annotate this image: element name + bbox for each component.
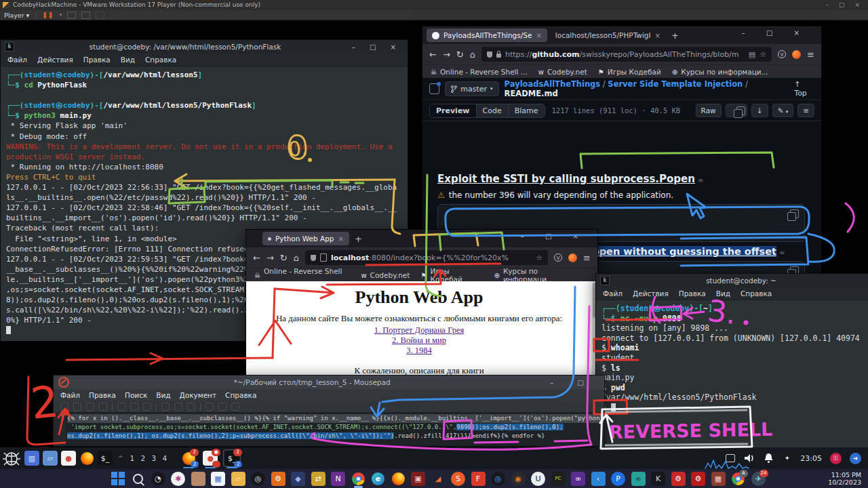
onenote-icon[interactable]: N [331,472,345,486]
speedtest-icon[interactable]: ◔ [151,472,165,486]
tracking-shield-icon[interactable] [487,52,492,58]
pocket-icon[interactable]: v [554,253,562,262]
menu-item-Справка[interactable]: Справка [741,289,772,298]
ssti-popen-heading[interactable]: Exploit the SSTI by calling subprocess.P… [437,173,703,185]
toolbar-icon[interactable] [117,403,125,411]
raw-button[interactable]: Raw [696,104,722,117]
chrome-profile-icon[interactable]: A [731,472,745,486]
menu-item-Вид[interactable]: Вид [156,391,170,399]
toolbar-icon[interactable] [218,403,226,411]
reader-view-icon[interactable]: ▤ [749,50,755,59]
url-bar[interactable]: https://github.com/swisskyrepo/PayloadsA… [481,47,772,62]
workspace-switcher[interactable]: 1 2 3 4 [130,454,170,462]
menu-item-Файл[interactable]: Файл [60,391,80,399]
book-link[interactable]: 2. Война и мир [246,336,592,346]
search-icon[interactable] [131,472,145,486]
edge-icon[interactable]: e [371,472,385,486]
file-explorer-icon[interactable]: ▱ [231,472,245,486]
bookmark-Игры Кодебай[interactable]: ⚑Игры Кодебай [598,68,661,76]
mousepad-titlebar[interactable]: *~/Рабочий стол/tmp_lesson_5 - Mousepad … [54,375,604,389]
vscode-icon[interactable]: ‹ [591,472,606,486]
visual-studio-icon[interactable]: ∞ [571,472,585,486]
telegram-icon[interactable]: ✈24 [751,472,766,486]
window-controls[interactable]: – □ × [521,232,588,240]
task-terminal[interactable]: $_22 [223,449,241,467]
status-icon[interactable]: ✦ [782,453,792,464]
file-manager-icon[interactable]: ▱ [43,451,58,466]
breadcrumb[interactable]: PayloadsAllTheThings / Server Side Templ… [505,79,789,98]
bug-menu-icon[interactable] [2,449,21,467]
toolbar-icon[interactable] [174,403,182,411]
menu-item-Правка[interactable]: Правка [83,56,111,64]
paypal-icon[interactable]: P [611,472,625,486]
toolbar-icon[interactable] [86,403,94,411]
toolbar-icon[interactable] [143,403,151,411]
tab-python-web-app[interactable]: Python Web App× [262,232,349,245]
fullscreen-icon[interactable] [81,12,90,19]
camera-dark-icon[interactable]: ◎ [491,472,505,486]
mousepad-launcher-icon[interactable]: ● [61,451,76,466]
toolbar-icon[interactable] [161,403,170,411]
kali-icon[interactable]: K [651,472,665,486]
bookmark-Online - Reverse Shell ...[interactable]: ☠Online - Reverse Shell ... [431,68,528,76]
slack-icon[interactable]: ✱ [171,472,185,486]
bookmark-star-icon[interactable]: ☆ [760,50,766,59]
volume-icon[interactable] [743,453,755,464]
menu-item-Справка[interactable]: Справка [225,391,256,399]
new-tab-button[interactable]: + [355,234,362,244]
terminal-launcher-icon[interactable]: $_ [98,451,113,466]
menu-item-Правка[interactable]: Правка [679,289,706,298]
edit-button[interactable]: ✎ ▾ [772,104,794,117]
outline-button[interactable]: ≡ [797,104,814,117]
extension-icon[interactable] [792,50,801,59]
anchor-link-icon[interactable]: ∞ [698,176,703,184]
terminal-titlebar[interactable]: k student@codeby: ~ [596,274,868,287]
book-link[interactable]: 3. 1984 [246,346,592,356]
vmware-window-controls[interactable]: – ▢ × [826,0,864,10]
book-link[interactable]: 1. Портрет Дориана Грея [246,325,592,336]
toolbar-icon[interactable] [130,403,138,411]
taskbar-clock[interactable]: 11:05 PM 10/2/2023 [828,471,868,486]
back-to-top-link[interactable]: ↑ Top [794,80,814,98]
terminal-titlebar[interactable]: k student@codeby: /var/www/html/lesson5/… [1,40,408,54]
portrait-icon[interactable] [191,472,205,486]
pause-button[interactable]: ❚❚ [43,12,54,18]
clipman-icon[interactable] [726,454,735,462]
copy-icon[interactable] [790,209,799,218]
back-button[interactable]: ← [253,253,260,263]
bookmark-Codeby.net[interactable]: wCodeby.net [361,271,410,279]
menu-item-Вид[interactable]: Вид [121,56,135,64]
firefox-launcher-icon[interactable] [79,451,94,466]
tab-close-icon[interactable]: × [536,32,541,39]
editor-area[interactable]: 1 {% for x in ().__class__.__base__.__su… [54,412,604,446]
shazam-icon[interactable]: S [451,472,465,486]
extension-icon[interactable] [568,253,577,262]
task-mousepad-icon[interactable]: ●● [203,451,218,466]
tab-localhost-phptwig[interactable]: localhost/lesson5/PHPTwigI× [550,28,666,42]
tab-payloadsallthethings[interactable]: PayloadsAllTheThings/Se× [427,28,547,42]
branch-selector[interactable]: master▾ [445,81,498,96]
sync-icon[interactable]: ➜ [850,453,861,464]
virtualbox-icon[interactable]: ◆ [291,472,305,486]
menu-item-Поиск[interactable]: Поиск [125,391,147,399]
file-tree-icon[interactable] [429,83,439,94]
window-controls[interactable]: – □ × [742,29,809,37]
back-button[interactable]: ← [429,49,437,60]
window-controls[interactable]: – □ [550,379,595,386]
calendar-icon[interactable]: ▦ [211,472,225,486]
toolbar-icon[interactable] [205,403,214,411]
toolbar-icon[interactable] [99,403,107,411]
firefox-icon[interactable] [391,472,406,486]
carrot-icon[interactable]: ◢ [431,472,446,486]
tab-close-icon[interactable]: × [338,235,343,243]
pycharm-icon[interactable]: PC [551,472,566,486]
download-button[interactable]: ↓ [751,104,768,117]
anchor-link-icon[interactable]: ∞ [779,249,785,256]
menu-item-Справка[interactable]: Справка [145,56,176,64]
spotify-icon[interactable]: ◎ [251,472,265,486]
forward-button[interactable]: → [443,49,450,60]
tracking-shield-icon[interactable] [311,255,316,261]
task-firefox[interactable]: 22 [180,449,197,467]
paint-red-icon[interactable]: ▦ [711,472,726,486]
red-gear-2-icon[interactable]: ⚙ [691,472,705,486]
